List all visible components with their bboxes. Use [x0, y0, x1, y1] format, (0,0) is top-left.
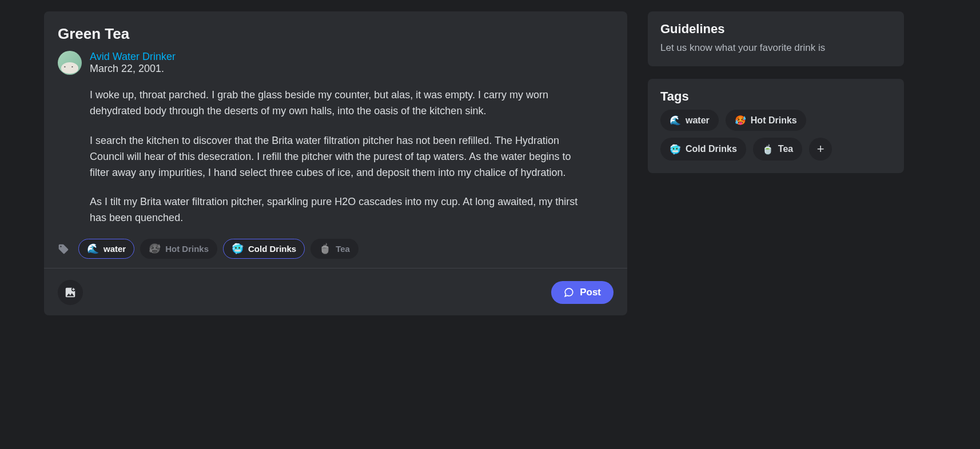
author-row: Avid Water Drinker March 22, 2001. [44, 51, 627, 84]
tag-label: Tea [778, 144, 793, 154]
tag-label: Cold Drinks [686, 144, 737, 154]
tags-card: Tags 🌊 water 🥵 Hot Drinks 🥶 Cold Drinks … [648, 79, 904, 173]
tea-icon: 🍵 [762, 144, 774, 155]
tea-icon: 🍵 [319, 243, 331, 255]
sidebar-tag-hot-drinks[interactable]: 🥵 Hot Drinks [726, 110, 806, 131]
tags-title: Tags [660, 89, 891, 104]
tag-label: Cold Drinks [248, 244, 296, 254]
tag-label: Hot Drinks [165, 244, 209, 254]
post-body: I woke up, throat parched. I grab the gl… [44, 84, 593, 226]
tag-cold-drinks[interactable]: 🥶 Cold Drinks [223, 239, 305, 259]
guidelines-card: Guidelines Let us know what your favorit… [648, 11, 904, 66]
post-paragraph: I search the kitchen to discover that th… [90, 133, 579, 181]
hot-face-icon: 🥵 [735, 115, 746, 126]
cold-face-icon: 🥶 [670, 144, 681, 155]
tag-label: Hot Drinks [751, 115, 797, 126]
post-paragraph: I woke up, throat parched. I grab the gl… [90, 87, 579, 119]
hot-face-icon: 🥵 [149, 243, 161, 255]
add-tag-button[interactable]: + [809, 138, 832, 161]
post-editor-panel: Green Tea Avid Water Drinker March 22, 2… [44, 11, 627, 315]
wave-icon: 🌊 [87, 243, 99, 255]
post-title: Green Tea [44, 25, 627, 51]
chat-icon [564, 287, 574, 298]
wave-icon: 🌊 [670, 115, 681, 126]
sidebar-tag-tea[interactable]: 🍵 Tea [753, 138, 802, 161]
plus-icon: + [817, 142, 824, 157]
guidelines-title: Guidelines [660, 22, 891, 37]
author-name[interactable]: Avid Water Drinker [90, 51, 176, 63]
avatar[interactable] [58, 51, 82, 75]
image-plus-icon [64, 286, 77, 299]
guidelines-desc: Let us know what your favorite drink is [660, 42, 891, 54]
sidebar: Guidelines Let us know what your favorit… [648, 11, 904, 315]
tag-icon [58, 243, 69, 255]
tag-water[interactable]: 🌊 water [78, 239, 134, 259]
post-date: March 22, 2001. [90, 63, 176, 75]
tag-hot-drinks[interactable]: 🥵 Hot Drinks [140, 239, 217, 259]
post-paragraph: As I tilt my Brita water filtration pitc… [90, 194, 579, 226]
tag-label: water [103, 244, 126, 254]
post-tag-row: 🌊 water 🥵 Hot Drinks 🥶 Cold Drinks 🍵 Tea [44, 236, 627, 268]
add-media-button[interactable] [58, 280, 83, 305]
post-button[interactable]: Post [551, 281, 614, 304]
cold-face-icon: 🥶 [232, 243, 244, 255]
tag-label: Tea [336, 244, 350, 254]
sidebar-tag-cold-drinks[interactable]: 🥶 Cold Drinks [660, 138, 746, 161]
sidebar-tag-water[interactable]: 🌊 water [660, 110, 719, 131]
tag-tea[interactable]: 🍵 Tea [310, 239, 358, 259]
post-footer: Post [44, 268, 627, 305]
post-button-label: Post [580, 287, 601, 298]
tag-label: water [686, 115, 710, 126]
